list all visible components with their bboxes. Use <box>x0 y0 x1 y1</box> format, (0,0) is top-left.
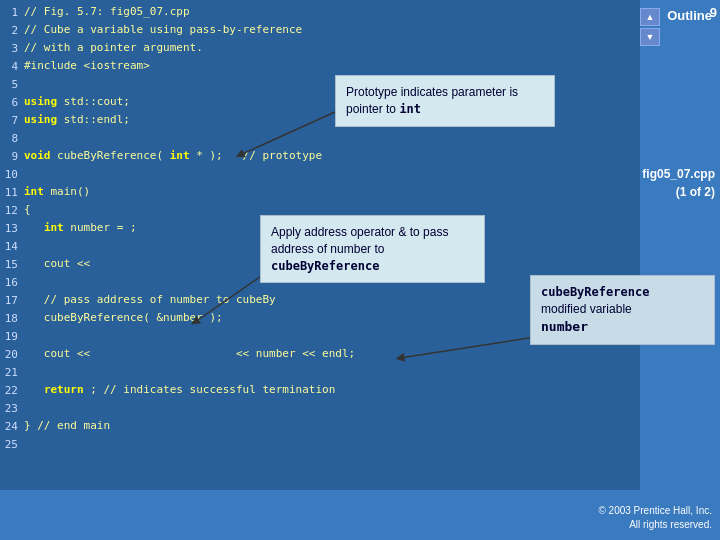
callout2-text-plain: Apply address operator & to pass address… <box>271 225 448 256</box>
copyright: © 2003 Prentice Hall, Inc. All rights re… <box>598 504 712 532</box>
fig-ref-line1: fig05_07.cpp <box>642 165 715 183</box>
code-line-1: 1 // Fig. 5.7: fig05_07.cpp <box>0 5 640 23</box>
main-container: 1 // Fig. 5.7: fig05_07.cpp 2 // Cube a … <box>0 0 720 540</box>
code-line-23: 23 <box>0 401 640 419</box>
code-line-20: 20 cout << << number << endl; <box>0 347 640 365</box>
callout3-label: cubeByReference <box>541 284 704 301</box>
outline-up-arrow[interactable]: ▲ <box>640 8 660 26</box>
outline-down-arrow[interactable]: ▼ <box>640 28 660 46</box>
callout3-text: modified variable <box>541 301 704 318</box>
callout1-text-bold: int <box>399 102 421 116</box>
code-line-25: 25 <box>0 437 640 455</box>
callout1-text-plain: Prototype indicates parameter is pointer… <box>346 85 518 116</box>
outline-arrows: ▲ ▼ <box>640 8 660 46</box>
code-line-24: 24 } // end main <box>0 419 640 437</box>
callout-prototype: Prototype indicates parameter is pointer… <box>335 75 555 127</box>
code-line-11: 11 int main() <box>0 185 640 203</box>
callout-cube: cubeByReference modified variable number <box>530 275 715 345</box>
code-line-21: 21 <box>0 365 640 383</box>
copyright-line1: © 2003 Prentice Hall, Inc. <box>598 504 712 518</box>
outline-label: Outline <box>667 8 712 23</box>
code-line-2: 2 // Cube a variable using pass-by-refer… <box>0 23 640 41</box>
code-line-9: 9 void cubeByReference( int * ); // prot… <box>0 149 640 167</box>
code-line-22: 22 return ; // indicates successful term… <box>0 383 640 401</box>
right-panel <box>640 0 720 540</box>
code-line-8: 8 <box>0 131 640 149</box>
code-line-10: 10 <box>0 167 640 185</box>
callout3-variable: number <box>541 318 704 336</box>
callout2-text-bold: cubeByReference <box>271 259 379 273</box>
callout-address: Apply address operator & to pass address… <box>260 215 485 283</box>
fig-ref-line2: (1 of 2) <box>642 183 715 201</box>
copyright-line2: All rights reserved. <box>598 518 712 532</box>
fig-reference: fig05_07.cpp (1 of 2) <box>642 165 715 201</box>
code-line-3: 3 // with a pointer argument. <box>0 41 640 59</box>
